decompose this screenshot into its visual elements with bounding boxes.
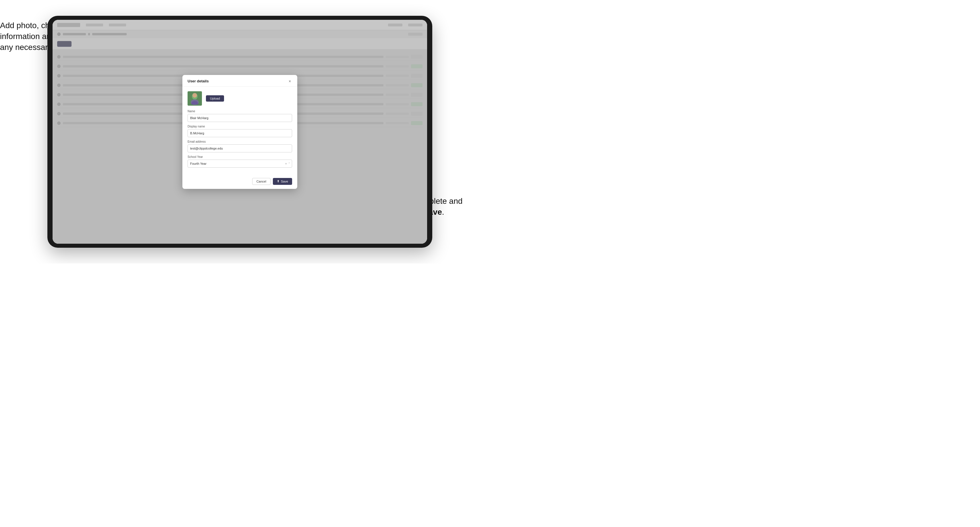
photo-section: Upload — [188, 91, 292, 106]
display-name-field-group: Display name — [188, 125, 292, 137]
display-name-input[interactable] — [188, 129, 292, 137]
modal-header: User details × — [182, 75, 297, 87]
name-field-group: Name — [188, 110, 292, 122]
save-icon: ⬆ — [277, 179, 280, 183]
modal-close-button[interactable]: × — [288, 79, 292, 84]
upload-photo-button[interactable]: Upload — [206, 95, 224, 102]
save-label: Save — [281, 180, 288, 183]
select-icons: × ⌃ — [285, 162, 290, 165]
display-name-label: Display name — [188, 125, 292, 128]
school-year-field-group: School Year × ⌃ — [188, 155, 292, 168]
svg-point-8 — [193, 94, 196, 98]
select-arrow-icon[interactable]: ⌃ — [288, 162, 290, 165]
app-background: User details × — [52, 20, 427, 244]
select-clear-icon[interactable]: × — [285, 162, 287, 165]
name-input[interactable] — [188, 114, 292, 122]
email-field-group: Email address — [188, 140, 292, 152]
school-year-input[interactable] — [188, 160, 292, 168]
save-button[interactable]: ⬆ Save — [273, 178, 292, 185]
school-year-label: School Year — [188, 155, 292, 159]
modal-overlay: User details × — [52, 20, 427, 244]
email-label: Email address — [188, 140, 292, 143]
name-label: Name — [188, 110, 292, 113]
user-details-modal: User details × — [182, 75, 297, 189]
cancel-button[interactable]: Cancel — [252, 178, 270, 185]
school-year-select-wrapper: × ⌃ — [188, 160, 292, 168]
modal-body: Upload Name Display name — [182, 87, 297, 175]
tablet-screen: User details × — [52, 20, 427, 244]
tablet-frame: User details × — [48, 16, 432, 248]
modal-title: User details — [188, 79, 209, 83]
email-input[interactable] — [188, 144, 292, 152]
modal-footer: Cancel ⬆ Save — [182, 175, 297, 189]
user-photo-thumbnail — [188, 91, 202, 106]
